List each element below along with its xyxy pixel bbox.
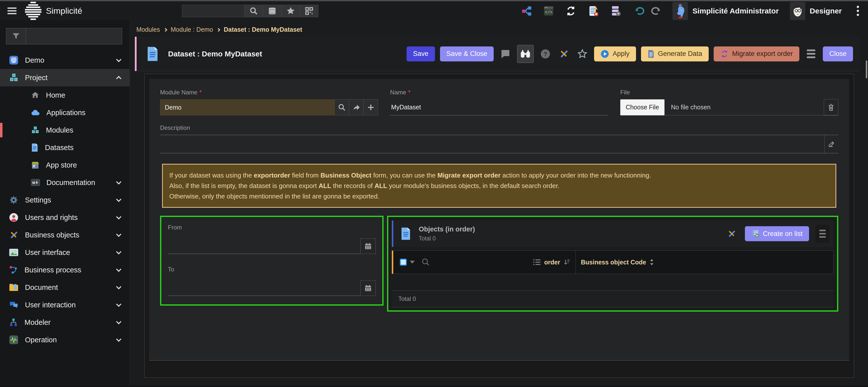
demo-scope-icon [9,56,19,65]
module-name-input[interactable] [160,99,335,115]
filter-button[interactable] [6,28,26,44]
brand: Simplicité [25,2,82,20]
favorite-button[interactable] [576,47,589,61]
generate-data-button[interactable]: Generate Data [641,46,709,61]
sidebar-item-app-store[interactable]: App store [0,156,130,174]
module-open-button[interactable] [349,99,364,115]
comments-button[interactable] [499,47,512,61]
menu-toggle-icon[interactable] [7,7,17,14]
undo-icon[interactable] [634,5,645,17]
module-search-button[interactable] [335,99,349,115]
select-all-checkbox[interactable] [400,259,407,266]
edit-list-object-button[interactable] [725,227,738,240]
column-order[interactable]: order [533,258,570,266]
create-on-list-button[interactable]: Create on list [745,226,809,241]
to-calendar-button[interactable] [360,280,376,296]
sidebar-item-documentation[interactable]: M Documentation [0,174,130,191]
sidebar-item-project[interactable]: Project [0,69,130,86]
sidebar-item-modules[interactable]: Modules [0,121,130,139]
record-header: Dataset : Demo MyDataset Save Save & Clo… [135,37,860,71]
code-editor-icon[interactable]: </> [543,5,554,17]
help-button[interactable]: ? [539,47,552,61]
image-icon [9,249,19,256]
hamburger-icon [819,230,826,238]
question-icon: ? [540,49,551,59]
star-outline-icon [577,49,588,59]
active-indicator [0,123,2,137]
breadcrumb-modules[interactable]: Modules [136,26,160,33]
topbar: Simplicité </> Simplicité Admin [0,0,868,21]
description-edit-button[interactable] [824,135,838,153]
select-menu-caret-icon[interactable] [410,261,415,264]
objects-panel-header: Objects (in order) Total 0 Create on lis… [392,221,834,247]
play-circle-icon [600,50,609,58]
calendar-icon [364,242,372,250]
chat-bubbles-icon [9,301,19,309]
sidebar-item-users-and-rights[interactable]: Users and rights [0,209,130,226]
description-input[interactable] [160,135,824,153]
clear-cache-icon[interactable] [565,5,577,17]
name-input[interactable] [390,99,608,115]
module-add-button[interactable] [364,99,378,115]
redo-icon[interactable] [651,5,661,17]
save-and-close-button[interactable]: Save & Close [440,46,494,61]
scrollbar-thumb[interactable] [866,60,867,78]
role-chip[interactable]: Designer [790,2,842,20]
save-button[interactable]: Save [406,46,435,61]
chevron-down-icon [116,301,121,307]
trash-icon [827,103,835,111]
user-chip[interactable]: Simplicité Administrator [673,2,779,20]
column-business-object-code[interactable]: Business object Code [576,251,833,273]
breadcrumb-module-demo[interactable]: Module : Demo [171,26,213,33]
global-search-input[interactable] [182,5,245,17]
tree-model-icon [9,318,18,327]
search-icon[interactable] [421,258,430,267]
from-date-input[interactable] [168,247,360,254]
sidebar-item-operation[interactable]: Operation [0,331,130,349]
sidebar-item-datasets[interactable]: Datasets [0,139,130,156]
list-menu-button[interactable] [804,47,818,61]
sidebar-item-user-interface[interactable]: User interface [0,244,130,261]
sidebar-filter-input[interactable] [26,28,122,44]
to-date-input[interactable] [168,288,360,296]
migration-notice: If your dataset was using the exportorde… [162,164,836,208]
more-menu-icon[interactable] [855,4,861,18]
sidebar-item-business-objects[interactable]: Business objects [0,226,130,244]
sidebar-item-modeler[interactable]: Modeler [0,314,130,331]
sidebar-item-demo[interactable]: Demo [0,52,130,69]
close-button[interactable]: Close [823,46,853,61]
objects-table-toolbar-cell: order [393,251,576,273]
sidebar-item-settings[interactable]: Settings [0,191,130,209]
share-model-icon[interactable] [521,5,532,17]
dataset-doc-icon [146,46,159,62]
search-records-button[interactable] [517,45,534,63]
sidebar-item-user-interaction[interactable]: User interaction [0,296,130,314]
sidebar-item-home[interactable]: Home [0,86,130,104]
apply-button[interactable]: Apply [594,46,636,61]
choose-file-button[interactable]: Choose File [620,99,664,115]
field-module-name: Module Name* [160,89,378,115]
topbar-tools: </> Simplicité Administrator Designer [521,2,861,20]
logs-icon[interactable] [588,5,599,17]
migrate-export-order-button[interactable]: Migrate export order [714,46,799,61]
sidebar-item-business-process[interactable]: Business process [0,261,130,279]
delete-file-button[interactable] [824,99,838,116]
list-add-icon [751,230,760,238]
shortcuts-button[interactable] [300,5,318,17]
sidebar-item-applications[interactable]: Applications [0,104,130,121]
database-icon[interactable] [610,5,622,17]
objects-panel-title: Objects (in order) [419,225,475,233]
svg-text:M: M [32,181,35,185]
field-to: To [168,266,376,296]
list-options-button[interactable] [815,225,830,243]
browse-button[interactable] [263,5,281,17]
sidebar-item-document[interactable]: Document [0,279,130,296]
search-button[interactable] [245,5,263,17]
favorites-button[interactable] [281,5,300,17]
edit-object-button[interactable] [557,47,570,61]
chevron-down-icon [116,336,121,342]
comment-icon [500,49,511,59]
from-calendar-button[interactable] [360,238,376,254]
plus-icon [367,104,375,111]
field-description: Description [160,124,838,153]
